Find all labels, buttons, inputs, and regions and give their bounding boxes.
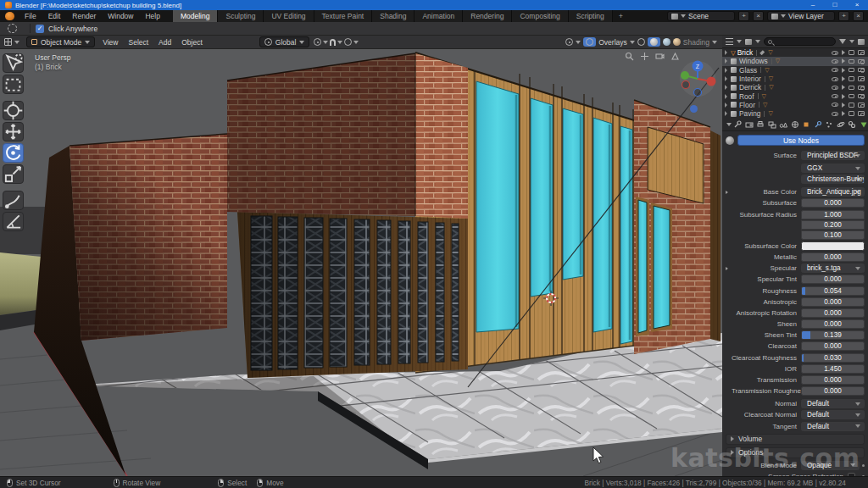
transmission-roughness-slider[interactable]: 0.000 (801, 386, 865, 396)
render-visibility-icon[interactable] (858, 59, 865, 64)
mode-dropdown[interactable]: Object Mode (26, 36, 95, 47)
tab-world[interactable] (790, 119, 800, 130)
distribution-dropdown[interactable]: GGX (801, 164, 865, 173)
menu-select[interactable]: Select (123, 38, 153, 47)
viewport-disable-icon[interactable] (849, 50, 854, 55)
show-gizmo-icon[interactable] (565, 38, 573, 46)
shading-wireframe-icon[interactable] (637, 38, 645, 46)
render-visibility-icon[interactable] (858, 68, 865, 73)
outliner-item-brick[interactable]: ▽ Brick ▽ (722, 48, 868, 57)
viewport-disable-icon[interactable] (849, 59, 854, 64)
subsurface-radius-x-field[interactable]: 1.000 (801, 210, 865, 219)
tab-rendering[interactable]: Rendering (463, 10, 512, 22)
hide-eye-icon[interactable] (832, 51, 838, 55)
selectable-icon[interactable] (842, 68, 845, 73)
new-collection-icon[interactable] (858, 39, 865, 45)
tab-object[interactable] (801, 119, 811, 130)
tab-tool[interactable] (732, 119, 743, 130)
tangent-dropdown[interactable]: Default (801, 422, 865, 431)
transform-orientation-dropdown[interactable]: Global (259, 36, 310, 47)
selectable-icon[interactable] (842, 50, 845, 55)
outliner-item-interior[interactable]: Interior ▽ (722, 75, 868, 83)
expand-icon[interactable] (725, 111, 727, 116)
tab-sculpting[interactable]: Sculpting (218, 10, 264, 22)
clearcoat-roughness-slider[interactable]: 0.030 (801, 353, 865, 363)
shading-rendered-icon[interactable] (673, 38, 681, 46)
subsurface-method-dropdown[interactable]: Christensen-Burley (801, 175, 865, 184)
hide-eye-icon[interactable] (832, 94, 838, 98)
expand-icon[interactable] (725, 103, 727, 108)
tool-annotate-button[interactable] (3, 191, 24, 210)
tab-physics[interactable] (836, 119, 846, 130)
normal-dropdown[interactable]: Default (801, 399, 865, 408)
transmission-slider[interactable]: 0.000 (801, 375, 865, 385)
selectable-icon[interactable] (842, 94, 845, 99)
gizmo-x-negative[interactable] (682, 81, 690, 89)
outliner-item-roof[interactable]: Roof ▽ (722, 92, 868, 100)
expand-icon[interactable] (725, 76, 727, 81)
sheen-slider[interactable]: 0.000 (801, 319, 865, 329)
tab-uv-editing[interactable]: UV Editing (264, 10, 314, 22)
tab-modifiers[interactable] (813, 119, 823, 130)
expand-icon[interactable] (725, 58, 727, 64)
remove-view-layer-button[interactable]: × (853, 11, 864, 21)
tab-object-data[interactable] (859, 119, 868, 130)
blender-logo-icon[interactable] (5, 12, 14, 20)
tab-output[interactable] (755, 119, 765, 130)
blend-mode-dropdown[interactable]: Opaque (801, 461, 860, 470)
active-tool-icon[interactable] (8, 24, 17, 33)
render-visibility-icon[interactable] (858, 86, 865, 91)
shading-material-icon[interactable] (663, 38, 670, 46)
outliner-editor-icon[interactable] (726, 38, 733, 45)
clearcoat-slider[interactable]: 0.000 (801, 341, 865, 351)
subsurface-slider[interactable]: 0.000 (801, 198, 865, 208)
specular-tint-slider[interactable]: 0.000 (801, 274, 865, 284)
use-nodes-button[interactable]: Use Nodes (737, 135, 865, 146)
gizmo-zoom-dot[interactable] (690, 105, 698, 113)
metallic-slider[interactable]: 0.000 (801, 252, 865, 262)
menu-help[interactable]: Help (139, 12, 165, 20)
menu-view[interactable]: View (97, 38, 123, 47)
tab-particles[interactable] (824, 119, 834, 130)
gizmo-x-axis[interactable] (707, 77, 716, 86)
tool-select-box-button[interactable] (3, 75, 24, 94)
selectable-icon[interactable] (842, 103, 845, 108)
tool-scale-button[interactable] (3, 164, 24, 184)
viewport-disable-icon[interactable] (849, 86, 854, 91)
expand-icon[interactable] (726, 267, 732, 270)
tab-constraints[interactable] (847, 119, 857, 130)
selectable-icon[interactable] (842, 58, 845, 64)
shading-label[interactable]: Shading (683, 38, 709, 47)
remove-scene-button[interactable]: × (753, 11, 764, 21)
add-scene-button[interactable]: + (738, 11, 749, 21)
hide-eye-icon[interactable] (832, 68, 838, 72)
tool-cursor-button[interactable] (3, 101, 24, 120)
scene-selector[interactable]: Scene (667, 11, 735, 21)
menu-edit[interactable]: Edit (42, 12, 67, 20)
menu-add[interactable]: Add (153, 38, 176, 47)
expand-icon[interactable] (725, 85, 727, 90)
zoom-icon[interactable] (625, 52, 634, 61)
anisotropic-slider[interactable]: 0.000 (801, 297, 865, 307)
selectable-icon[interactable] (842, 85, 845, 90)
tab-scripting[interactable]: Scripting (569, 10, 613, 22)
pan-icon[interactable] (640, 52, 649, 61)
ior-field[interactable]: 1.450 (801, 364, 865, 374)
gizmo-y-axis[interactable] (681, 71, 689, 80)
tab-compositing[interactable]: Compositing (512, 10, 568, 22)
click-anywhere-checkbox[interactable]: ✓ (36, 25, 44, 33)
sheen-tint-slider[interactable]: 0.139 (801, 330, 865, 340)
maximize-button[interactable]: □ (824, 0, 846, 10)
add-workspace-button[interactable]: + (613, 10, 629, 22)
tab-render[interactable] (744, 119, 754, 130)
outliner-item-floor[interactable]: Floor ▽ (722, 101, 868, 109)
panel-volume[interactable]: Volume (726, 434, 865, 445)
building-right-section[interactable] (634, 100, 721, 354)
hide-eye-icon[interactable] (832, 103, 838, 107)
tool-tweak-button[interactable] (3, 53, 24, 73)
hide-eye-icon[interactable] (832, 59, 838, 64)
render-visibility-icon[interactable] (858, 76, 865, 81)
navigation-gizmo[interactable]: Z (678, 59, 717, 100)
viewport-3d-scene[interactable] (0, 49, 722, 476)
subsurface-radius-z-field[interactable]: 0.100 (801, 230, 865, 240)
